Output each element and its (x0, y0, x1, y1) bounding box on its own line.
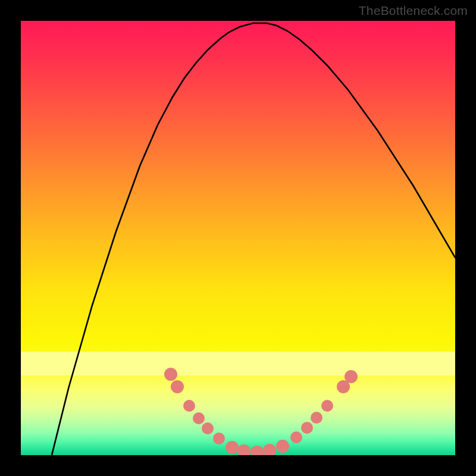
left-dot-2 (171, 380, 184, 393)
right-dot-3 (311, 412, 322, 424)
left-dot-3 (183, 400, 195, 412)
bottom-1 (226, 441, 239, 454)
chart-frame: TheBottleneck.com (0, 0, 476, 476)
right-dot-6 (345, 370, 358, 383)
curve-layer (21, 21, 455, 455)
bottom-4 (263, 444, 276, 455)
right-dot-4 (321, 400, 333, 412)
left-dot-6 (213, 433, 225, 444)
plot-area (21, 21, 455, 455)
watermark-text: TheBottleneck.com (359, 4, 468, 18)
left-dot-4 (193, 412, 205, 424)
marker-group (164, 368, 358, 455)
bottom-3 (250, 446, 264, 455)
left-dot-5 (202, 422, 214, 434)
left-dot-1 (164, 368, 177, 381)
right-dot-2 (301, 422, 313, 434)
bottom-2 (237, 444, 250, 455)
right-dot-1 (290, 431, 302, 443)
bottom-5 (276, 440, 289, 453)
bottleneck-curve (52, 23, 455, 455)
